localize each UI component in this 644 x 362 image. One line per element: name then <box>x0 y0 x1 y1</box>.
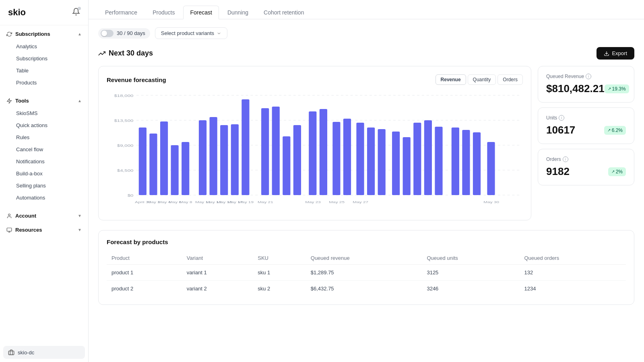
svg-text:May 8: May 8 <box>179 200 192 204</box>
orders-info[interactable]: i <box>563 156 568 162</box>
sidebar-item-skiosms[interactable]: SkioSMS <box>3 107 85 119</box>
sidebar-item-quick-actions[interactable]: Quick actions <box>3 119 85 131</box>
filter-row: 30 / 90 days Select product variants <box>98 27 634 39</box>
svg-rect-27 <box>261 108 269 195</box>
trend-icon <box>98 50 105 57</box>
svg-rect-18 <box>149 134 157 195</box>
table-row: product 1 variant 1 sku 1 $1,289.75 3125… <box>107 265 626 281</box>
toggle-revenue[interactable]: Revenue <box>436 74 466 85</box>
section-heading: Next 30 days Export <box>98 47 634 60</box>
chevron-down-icon <box>217 31 221 36</box>
products-table-title: Forecast by products <box>107 239 626 245</box>
account-chevron: ▼ <box>78 214 82 218</box>
sidebar-logo: skio <box>0 0 88 25</box>
orders-badge: ↗ 2% <box>608 167 626 176</box>
svg-rect-17 <box>139 128 147 195</box>
col-variant: Variant <box>182 252 253 265</box>
sidebar-item-automations[interactable]: Automations <box>3 192 85 204</box>
store-icon <box>8 349 14 356</box>
chart-toggles: Revenue Quantity Orders <box>436 74 523 85</box>
product-variants-select[interactable]: Select product variants <box>155 27 227 39</box>
tab-forecast[interactable]: Forecast <box>183 6 219 19</box>
svg-text:$4,500: $4,500 <box>117 169 134 173</box>
sidebar-item-cancel-flow[interactable]: Cancel flow <box>3 144 85 155</box>
tab-products[interactable]: Products <box>146 6 182 19</box>
tab-dunning[interactable]: Dunning <box>221 6 255 19</box>
toggle-knob <box>101 31 107 36</box>
toggle-switch[interactable] <box>101 30 114 37</box>
svg-rect-45 <box>473 132 481 195</box>
store-name: skio-dc <box>18 350 34 356</box>
sidebar-item-analytics[interactable]: Analytics <box>3 41 85 52</box>
resources-icon <box>6 227 12 233</box>
svg-rect-25 <box>231 124 239 195</box>
svg-rect-2 <box>7 228 12 231</box>
svg-rect-31 <box>309 111 316 195</box>
table-row: product 2 variant 2 sku 2 $6,432.75 3246… <box>107 281 626 297</box>
orders-value: 9182 <box>546 165 570 178</box>
units-value-row: 10617 ↗ 6.2% <box>546 124 626 136</box>
toggle-orders[interactable]: Orders <box>497 74 523 85</box>
svg-text:May 25: May 25 <box>329 200 345 204</box>
svg-rect-23 <box>210 117 217 195</box>
svg-rect-38 <box>392 132 400 195</box>
select-label: Select product variants <box>161 30 214 36</box>
svg-rect-32 <box>320 109 327 195</box>
chart-svg: $18,000 $13,500 $9,000 $4,500 $0 <box>107 91 523 212</box>
resources-section[interactable]: Resources ▼ <box>0 221 88 235</box>
units-info[interactable]: i <box>559 115 564 121</box>
svg-rect-21 <box>182 142 189 195</box>
svg-rect-44 <box>462 130 470 195</box>
days-toggle[interactable]: 30 / 90 days <box>98 28 150 39</box>
svg-text:May 27: May 27 <box>353 200 368 204</box>
units-label: Units i <box>546 115 626 121</box>
queued-revenue-label: Queued Revenue i <box>546 74 626 79</box>
queued-revenue-info[interactable]: i <box>586 74 591 79</box>
svg-text:$18,000: $18,000 <box>114 94 133 98</box>
tab-performance[interactable]: Performance <box>98 6 144 19</box>
svg-text:$0: $0 <box>128 193 134 197</box>
sidebar-item-notifications[interactable]: Notifications <box>3 156 85 167</box>
account-label: Account <box>15 213 36 219</box>
svg-marker-0 <box>7 99 12 103</box>
svg-rect-43 <box>452 128 459 195</box>
export-label: Export <box>612 50 627 56</box>
resources-chevron: ▼ <box>78 228 82 232</box>
svg-point-1 <box>8 214 10 216</box>
sidebar-item-products[interactable]: Products <box>3 77 85 88</box>
export-button[interactable]: Export <box>597 47 634 60</box>
svg-text:May 19: May 19 <box>238 200 254 204</box>
cell-sku: sku 2 <box>253 281 306 297</box>
cell-orders: 1234 <box>519 281 626 297</box>
tools-section[interactable]: Tools ▲ <box>0 92 88 106</box>
sidebar-item-subscriptions[interactable]: Subscriptions <box>3 53 85 64</box>
sidebar-item-build-a-box[interactable]: Build-a-box <box>3 168 85 179</box>
store-badge[interactable]: skio-dc <box>3 346 85 359</box>
svg-rect-34 <box>343 119 351 195</box>
svg-rect-46 <box>487 142 495 195</box>
tools-label: Tools <box>15 98 29 104</box>
cell-variant: variant 1 <box>182 265 253 281</box>
svg-rect-40 <box>413 123 421 195</box>
col-product: Product <box>107 252 182 265</box>
cell-product: product 2 <box>107 281 182 297</box>
chart-stats-row: Revenue forecasting Revenue Quantity Ord… <box>98 66 634 220</box>
cell-revenue: $6,432.75 <box>306 281 422 297</box>
sidebar-item-selling-plans[interactable]: Selling plans <box>3 180 85 191</box>
sidebar-item-rules[interactable]: Rules <box>3 132 85 143</box>
orders-label: Orders i <box>546 156 626 162</box>
subscriptions-section[interactable]: Subscriptions ▲ <box>0 25 88 39</box>
queued-revenue-value: $810,482.21 <box>546 82 605 95</box>
content-area: 30 / 90 days Select product variants Nex… <box>89 19 644 362</box>
tab-cohort-retention[interactable]: Cohort retention <box>257 6 311 19</box>
svg-text:$13,500: $13,500 <box>114 119 133 123</box>
account-section[interactable]: Account ▼ <box>0 207 88 221</box>
col-queued-orders: Queued orders <box>519 252 626 265</box>
logo-text: skio <box>8 7 26 18</box>
svg-text:May 23: May 23 <box>305 200 321 204</box>
svg-rect-33 <box>332 122 340 195</box>
notifications-icon[interactable] <box>72 8 80 17</box>
sidebar-item-table[interactable]: Table <box>3 65 85 76</box>
toggle-quantity[interactable]: Quantity <box>468 74 496 85</box>
svg-rect-35 <box>356 123 364 195</box>
